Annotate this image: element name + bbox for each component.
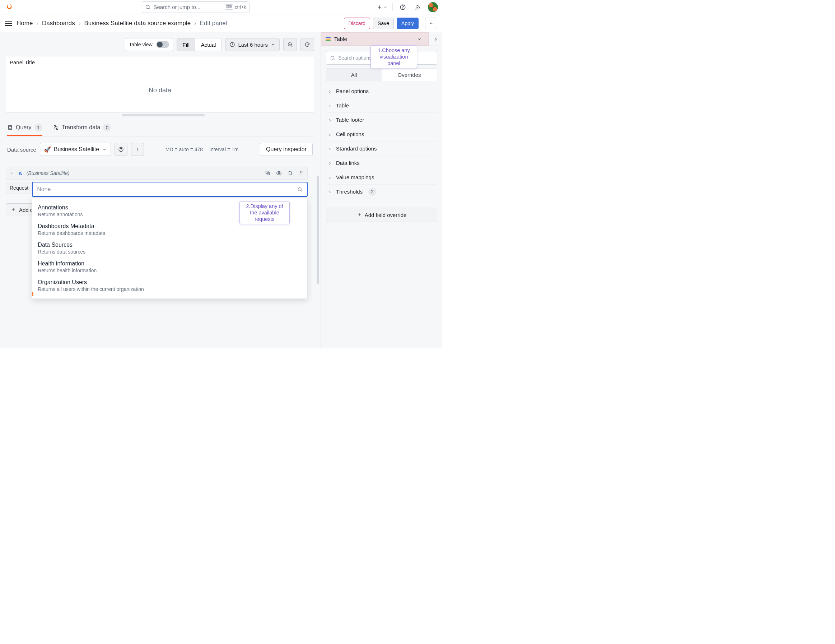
- tab-all[interactable]: All: [327, 68, 382, 81]
- keyboard-icon: ⌨: [225, 4, 233, 10]
- plus-icon: [377, 4, 382, 10]
- collapse-sidebar-button[interactable]: [425, 18, 437, 29]
- crumb-home[interactable]: Home: [16, 20, 32, 27]
- search-kbd-hint: ⌨ ctrl+k: [225, 4, 246, 10]
- chevron-down-icon: [383, 5, 387, 9]
- rocket-icon: 🚀: [44, 146, 51, 153]
- option-group-table[interactable]: ›Table: [326, 98, 437, 113]
- zoom-out-button[interactable]: [283, 38, 297, 51]
- svg-rect-23: [326, 40, 331, 41]
- datasource-help-button[interactable]: [115, 143, 127, 156]
- divider: [392, 3, 393, 11]
- svg-rect-22: [326, 38, 331, 39]
- search-icon: [145, 4, 151, 10]
- request-select[interactable]: None: [32, 182, 308, 197]
- panel-title: Panel Title: [6, 56, 314, 68]
- svg-point-19: [298, 187, 302, 191]
- switch-icon: [156, 41, 169, 48]
- tab-transform[interactable]: Transform data 0: [53, 124, 111, 136]
- option-group-thresholds[interactable]: › Thresholds 2: [326, 185, 437, 199]
- tab-query[interactable]: Query 1: [7, 124, 42, 136]
- breadcrumb: Home › Dashboards › Business Satellite d…: [16, 20, 227, 27]
- remove-query-button[interactable]: [288, 170, 293, 176]
- visualization-name: Table: [334, 36, 347, 42]
- crumb-dashboards[interactable]: Dashboards: [42, 20, 75, 27]
- tab-overrides[interactable]: Overrides: [382, 68, 437, 81]
- toggle-query-visibility-button[interactable]: [276, 170, 282, 176]
- chevron-right-icon: [135, 147, 140, 152]
- svg-line-25: [333, 59, 335, 60]
- search-placeholder: Search or jump to...: [154, 4, 222, 10]
- viz-expand-button[interactable]: [429, 33, 442, 46]
- svg-point-24: [331, 56, 334, 59]
- option-group-table-footer[interactable]: ›Table footer: [326, 113, 437, 127]
- scrollbar[interactable]: [317, 176, 319, 284]
- option-group-standard-options[interactable]: ›Standard options: [326, 141, 437, 156]
- chevron-down-icon: [271, 42, 276, 47]
- table-view-toggle[interactable]: Table view: [125, 38, 173, 51]
- save-button[interactable]: Save: [373, 18, 394, 29]
- request-option[interactable]: Annotations Returns annotations: [32, 202, 307, 220]
- drag-query-handle[interactable]: [299, 170, 304, 176]
- add-field-override-button[interactable]: Add field override: [326, 208, 437, 222]
- refresh-icon: [304, 42, 310, 47]
- actual-button[interactable]: Actual: [195, 38, 222, 50]
- request-option[interactable]: Dashboards Metadata Returns dashboards m…: [32, 220, 307, 239]
- svg-point-3: [415, 8, 416, 9]
- request-option[interactable]: Data Sources Returns data sources: [32, 239, 307, 257]
- panel-preview: Panel Title No data: [6, 56, 314, 113]
- help-icon: [118, 146, 124, 152]
- options-tabs: All Overrides: [326, 68, 437, 81]
- chevron-down-icon: [10, 171, 14, 175]
- table-icon: [325, 36, 331, 42]
- chevron-down-icon: [102, 147, 107, 152]
- md-info: MD = auto = 478: [166, 146, 203, 152]
- search-options-input[interactable]: Search options: [326, 51, 437, 65]
- query-inspector-button[interactable]: Query inspector: [260, 143, 313, 156]
- fill-button[interactable]: Fill: [177, 38, 195, 50]
- data-source-name: Business Satellite: [54, 146, 99, 153]
- crumb-dashboard[interactable]: Business Satellite data source example: [84, 20, 191, 27]
- svg-line-6: [291, 46, 292, 47]
- request-option[interactable]: Organization Users Returns all users wit…: [32, 276, 307, 295]
- svg-line-20: [301, 190, 302, 192]
- trash-icon: [288, 170, 293, 176]
- chevron-up-icon: [429, 21, 434, 26]
- query-collapse-toggle[interactable]: [10, 171, 14, 175]
- global-search[interactable]: Search or jump to... ⌨ ctrl+k: [142, 2, 250, 13]
- zoom-out-icon: [287, 42, 293, 47]
- menu-toggle[interactable]: [5, 21, 12, 26]
- tab-transform-label: Transform data: [62, 124, 101, 131]
- time-range-picker[interactable]: Last 6 hours: [226, 38, 279, 51]
- eye-icon: [276, 170, 282, 176]
- clock-icon: [229, 42, 235, 47]
- fill-actual-segment: Fill Actual: [177, 38, 222, 51]
- option-group-panel-options[interactable]: ›Panel options: [326, 84, 437, 98]
- request-value: None: [37, 186, 50, 192]
- help-button[interactable]: [398, 2, 408, 12]
- refresh-button[interactable]: [301, 38, 314, 51]
- panel-empty-state: No data: [6, 68, 314, 112]
- request-label: Request: [6, 182, 32, 194]
- option-group-cell-options[interactable]: ›Cell options: [326, 127, 437, 141]
- query-options-expand[interactable]: [131, 143, 144, 156]
- search-options-placeholder: Search options: [338, 55, 372, 61]
- avatar[interactable]: [428, 2, 438, 12]
- plus-icon: [357, 212, 362, 217]
- query-ds-hint: (Business Satellite): [26, 170, 70, 176]
- query-ref-id[interactable]: A: [18, 170, 22, 176]
- option-group-value-mappings[interactable]: ›Value mappings: [326, 170, 437, 185]
- visualization-picker[interactable]: Table: [321, 33, 429, 46]
- plus-icon: [11, 207, 16, 212]
- data-source-picker[interactable]: 🚀 Business Satellite: [40, 143, 111, 156]
- discard-button[interactable]: Discard: [344, 18, 370, 29]
- option-group-data-links[interactable]: ›Data links: [326, 156, 437, 170]
- add-menu-button[interactable]: [377, 2, 387, 12]
- apply-button[interactable]: Apply: [397, 18, 419, 29]
- svg-point-13: [300, 171, 301, 172]
- svg-point-0: [146, 5, 149, 8]
- request-option[interactable]: Health information Returns health inform…: [32, 257, 307, 276]
- duplicate-query-button[interactable]: [265, 170, 270, 176]
- news-button[interactable]: [413, 2, 423, 12]
- svg-point-16: [302, 171, 302, 172]
